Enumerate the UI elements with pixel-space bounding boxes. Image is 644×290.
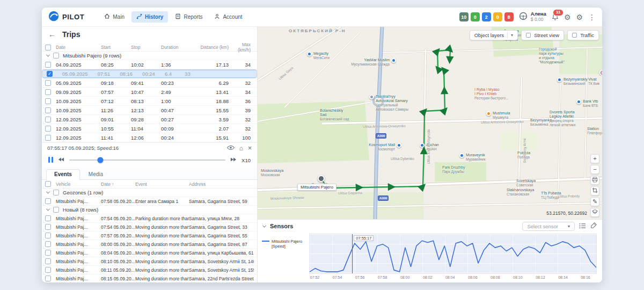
poi-marker-icon[interactable] [391,58,396,63]
event-group-row[interactable]: Новый (8 rows) [42,206,257,214]
trip-checkbox[interactable] [45,107,51,113]
tab-events[interactable]: Events [46,169,80,180]
center-map-button[interactable]: ⌂ [239,145,243,151]
rewind-button[interactable] [58,157,64,163]
select-all-events-checkbox[interactable] [45,181,51,187]
map-poi[interactable]: I Ryba I Myaso I Pivo I KhlebРесторан бы… [474,88,508,100]
poi-marker-icon[interactable] [459,153,464,158]
print-button[interactable] [590,176,599,185]
map-poi[interactable]: H [390,70,602,76]
poi-marker-icon[interactable] [420,143,425,148]
zoom-out-button[interactable]: − [590,165,599,174]
event-row[interactable]: Mitsubishi Paj...07:58 05.09.20...Enter … [42,197,257,206]
vehicle-marker[interactable] [318,175,325,182]
street-view-checkbox[interactable] [526,33,531,38]
poi-marker-icon[interactable] [486,111,491,116]
event-row[interactable]: Mitsubishi Paj...08:15 05.09.20...Moving… [42,274,257,282]
trip-row[interactable]: 12.09.202511:4112:0600:2415.91100 [42,133,257,142]
poi-marker-icon[interactable] [397,143,401,148]
street-view-toggle[interactable]: Street view [521,30,564,40]
pause-button[interactable] [48,157,53,164]
status-badge[interactable]: 8 [504,12,514,21]
group-checkbox[interactable] [53,190,59,195]
trip-checkbox[interactable] [45,135,51,141]
trip-row[interactable]: 12.09.202509:0109:2800:273.5932 [42,115,257,124]
forward-button[interactable] [230,157,237,163]
kebab-menu[interactable]: ⋮ [588,13,596,21]
trip-row[interactable]: 04.09.202508:2510:021:3617.1334 [42,60,257,69]
trip-row[interactable]: 09.09.202507:5710:472:4913.4134 [42,88,257,97]
poi-marker-icon[interactable] [307,52,312,56]
map-poi[interactable]: Tsentral'nyy Avtovokzal SamaryЦентральны… [369,95,408,111]
event-checkbox[interactable] [45,215,51,221]
show-track-button[interactable] [227,145,235,151]
event-row[interactable]: Mitsubishi Paj...07:54 05.09.20...Parkin… [42,214,257,223]
settings-gear[interactable]: ⚙ [564,13,571,21]
trip-checkbox[interactable] [45,89,51,95]
chevron-down-icon[interactable] [46,207,50,211]
event-checkbox[interactable] [45,241,51,247]
map-poi[interactable]: SovetskayaСоветская [516,179,536,187]
trip-row[interactable]: 05.09.202509:1809:4100:236.2932 [42,78,257,88]
event-checkbox[interactable] [45,233,51,238]
event-row[interactable]: Mitsubishi Paj...07:57 05.09.20...Moving… [42,231,257,240]
traffic-toggle[interactable]: Traffic [567,30,599,40]
map-poi[interactable]: Bank VtbБанк ВТБ [576,99,598,108]
chevron-down-icon[interactable] [46,53,50,57]
back-button[interactable]: ← [48,30,56,39]
map[interactable]: MegacityМегаСитиYasMar MuslimМусульманск… [258,27,602,219]
poi-marker-icon[interactable] [557,77,562,82]
map-poi[interactable]: MuraveynikМуравейник [459,153,486,162]
vehicle-label[interactable]: Mitsubishi Pajero [297,184,336,191]
speed-chart[interactable]: 07:55:17 [309,234,597,274]
event-checkbox[interactable] [45,258,51,264]
event-checkbox[interactable] [45,198,51,204]
chart-cursor-line[interactable]: 07:55:17 [352,234,353,273]
select-sensor-dropdown[interactable]: Select sensor ▾ [522,222,575,231]
event-row[interactable]: Mitsubishi Paj...07:54 05.09.20...Moving… [42,223,257,231]
zoom-in-button[interactable]: + [590,154,599,163]
map-poi[interactable]: Городской парк культуры и отдыха "Молоде… [539,47,565,64]
admin-gear[interactable]: ⚙ [576,13,583,21]
notifications-bell[interactable]: 11 [552,13,559,21]
trip-checkbox[interactable] [45,126,51,132]
map-poi[interactable]: Kosmoport MallКосмопорт [258,143,402,151]
trip-checkbox[interactable] [45,117,51,122]
select-all-trips-checkbox[interactable] [45,45,51,50]
nav-account[interactable]: Account [209,11,247,23]
event-row[interactable]: Mitsubishi Paj...08:00 05.09.20...Moving… [42,240,257,249]
map-poi[interactable]: VivatТК Вив [588,77,599,86]
traffic-checkbox[interactable] [572,33,577,38]
playback-slider[interactable] [69,160,225,161]
trip-row[interactable]: 10.09.202507:1208:131:0018.8836 [42,97,257,106]
event-row[interactable]: Mitsubishi Paj...08:11 05.09.20...Moving… [42,266,257,274]
area-select-button[interactable] [590,186,599,195]
poi-marker-icon[interactable] [369,95,374,99]
event-row[interactable]: Mitsubishi Paj...08:10 05.09.20...Moving… [42,257,257,266]
nav-main[interactable]: Main [99,11,129,23]
trip-checkbox[interactable] [45,98,51,104]
status-badge[interactable]: 10 [459,12,469,21]
group-checkbox[interactable] [53,53,59,59]
status-badge[interactable]: 2 [482,12,491,21]
tab-media[interactable]: Media [81,170,111,179]
event-checkbox[interactable] [45,276,51,281]
playback-rate[interactable]: X10 [241,157,251,163]
map-poi[interactable]: StakhanovskayaСтахановская [507,188,534,197]
map-poi[interactable]: BezymyankaБезымянка [530,118,552,127]
slider-handle[interactable] [98,157,104,163]
map-poi[interactable]: MushmulaМушмула [486,111,510,120]
map-poi[interactable]: StationПлатфор... [587,127,602,135]
close-playback-button[interactable]: × [248,145,252,151]
status-badge[interactable]: 0 [471,12,480,21]
chevron-down-icon[interactable] [262,223,266,227]
event-checkbox[interactable] [45,224,51,230]
event-group-row[interactable]: Geozones (1 row) [42,189,257,197]
trip-checkbox[interactable] [47,71,53,77]
object-layers-dropdown[interactable]: Object layers ▾ [470,30,518,40]
nav-reports[interactable]: Reports [170,11,207,23]
map-poi[interactable]: Park DruzhbyПарк Дружбы [442,165,465,174]
status-badge[interactable]: 0 [493,12,502,21]
trip-row[interactable]: 05.09.202507:5108:1600:246.433 [42,69,257,78]
map-poi[interactable]: Botanicheskiy SadБотанический сад [320,108,349,121]
